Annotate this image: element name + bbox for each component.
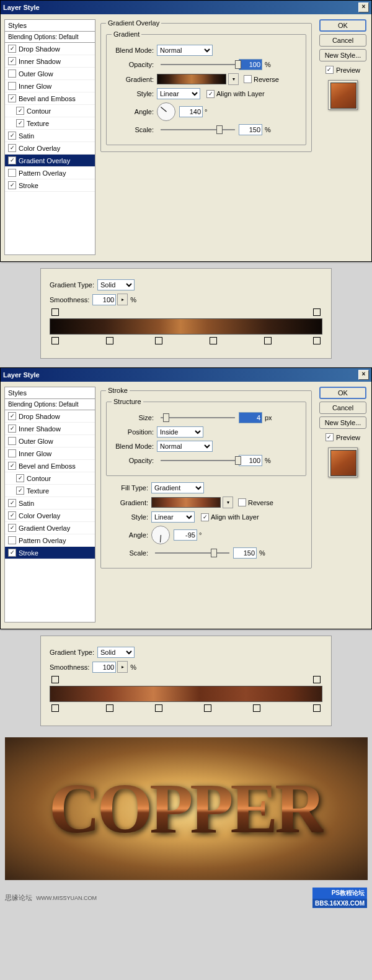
style-item-gradient-overlay[interactable]: Gradient Overlay [5, 155, 95, 167]
style-checkbox[interactable] [8, 169, 16, 177]
angle-dial[interactable] [157, 102, 175, 121]
styles-header[interactable]: Styles [5, 387, 95, 399]
style-checkbox[interactable] [8, 94, 16, 102]
scale-slider[interactable] [155, 552, 229, 554]
styles-header[interactable]: Styles [5, 20, 95, 32]
style-item-inner-glow[interactable]: Inner Glow [5, 447, 95, 460]
color-stop[interactable] [106, 337, 113, 344]
style-checkbox[interactable] [8, 499, 16, 507]
scale-input[interactable] [233, 547, 257, 559]
color-stop[interactable] [155, 704, 162, 712]
smoothness-arrow-icon[interactable]: ▸ [117, 294, 128, 305]
angle-dial[interactable] [151, 526, 170, 544]
style-checkbox[interactable] [16, 487, 24, 495]
style-item-gradient-overlay[interactable]: Gradient Overlay [5, 522, 95, 534]
grad-type-select[interactable]: Solid [97, 279, 135, 290]
color-stop[interactable] [51, 704, 59, 712]
grad-type-select[interactable]: Solid [97, 647, 135, 658]
style-checkbox[interactable] [8, 45, 16, 53]
smoothness-input[interactable] [92, 294, 116, 305]
reverse-checkbox[interactable] [238, 498, 246, 506]
angle-input[interactable] [179, 106, 203, 117]
size-slider[interactable] [161, 417, 235, 418]
angle-input[interactable] [174, 529, 197, 541]
style-checkbox[interactable] [8, 156, 16, 164]
style-item-stroke[interactable]: Stroke [5, 547, 95, 559]
close-icon[interactable]: × [358, 370, 369, 380]
new-style-button[interactable]: New Style... [319, 49, 366, 61]
ok-button[interactable]: OK [319, 19, 366, 32]
style-checkbox[interactable] [16, 474, 24, 482]
size-input[interactable] [239, 412, 262, 423]
style-checkbox[interactable] [16, 107, 24, 115]
style-item-contour[interactable]: Contour [5, 105, 95, 117]
align-checkbox[interactable] [206, 90, 215, 98]
color-stop[interactable] [155, 337, 162, 344]
style-item-stroke[interactable]: Stroke [5, 179, 95, 192]
gradient-bar[interactable] [50, 686, 322, 702]
style-item-satin[interactable]: Satin [5, 497, 95, 510]
style-select[interactable]: Linear [157, 88, 200, 99]
style-checkbox[interactable] [8, 132, 16, 140]
gradient-preview[interactable] [157, 74, 226, 84]
style-checkbox[interactable] [8, 57, 16, 65]
opacity-stop[interactable] [313, 676, 321, 683]
style-item-contour[interactable]: Contour [5, 472, 95, 485]
style-checkbox[interactable] [8, 449, 16, 457]
style-item-outer-glow[interactable]: Outer Glow [5, 68, 95, 80]
style-item-outer-glow[interactable]: Outer Glow [5, 435, 95, 447]
position-select[interactable]: Inside [157, 426, 203, 438]
style-item-texture[interactable]: Texture [5, 117, 95, 130]
style-checkbox[interactable] [8, 549, 16, 557]
style-item-drop-shadow[interactable]: Drop Shadow [5, 43, 95, 55]
style-item-drop-shadow[interactable]: Drop Shadow [5, 410, 95, 423]
gradient-preview[interactable] [151, 497, 221, 508]
color-stop[interactable] [253, 704, 260, 712]
blending-options[interactable]: Blending Options: Default [5, 399, 95, 410]
color-stop[interactable] [51, 337, 59, 344]
color-stop[interactable] [106, 704, 113, 712]
style-item-satin[interactable]: Satin [5, 130, 95, 142]
style-checkbox[interactable] [8, 511, 16, 519]
opacity-stop[interactable] [313, 308, 321, 316]
color-stop[interactable] [264, 337, 272, 344]
preview-checkbox[interactable] [326, 433, 334, 441]
color-stop[interactable] [313, 337, 321, 344]
style-item-inner-shadow[interactable]: Inner Shadow [5, 55, 95, 68]
style-item-pattern-overlay[interactable]: Pattern Overlay [5, 534, 95, 547]
style-checkbox[interactable] [8, 425, 16, 433]
style-item-texture[interactable]: Texture [5, 485, 95, 497]
blending-options[interactable]: Blending Options: Default [5, 32, 95, 43]
style-select[interactable]: Linear [151, 511, 195, 523]
style-checkbox[interactable] [8, 536, 16, 544]
opacity-input[interactable] [239, 59, 262, 70]
style-item-inner-shadow[interactable]: Inner Shadow [5, 423, 95, 435]
fill-type-select[interactable]: Gradient [151, 482, 204, 493]
cancel-button[interactable]: Cancel [319, 34, 366, 47]
style-checkbox[interactable] [8, 524, 16, 532]
align-checkbox[interactable] [201, 513, 209, 521]
opacity-input[interactable] [239, 455, 262, 466]
smoothness-input[interactable] [92, 662, 116, 673]
scale-slider[interactable] [161, 129, 235, 130]
style-item-color-overlay[interactable]: Color Overlay [5, 510, 95, 522]
ok-button[interactable]: OK [319, 387, 366, 399]
cancel-button[interactable]: Cancel [319, 402, 366, 414]
style-item-inner-glow[interactable]: Inner Glow [5, 80, 95, 92]
style-checkbox[interactable] [8, 70, 16, 78]
style-checkbox[interactable] [8, 412, 16, 420]
close-icon[interactable]: × [358, 2, 369, 12]
style-item-bevel-and-emboss[interactable]: Bevel and Emboss [5, 460, 95, 472]
new-style-button[interactable]: New Style... [319, 416, 366, 429]
style-checkbox[interactable] [8, 437, 16, 445]
blend-mode-select[interactable]: Normal [157, 441, 213, 452]
style-item-bevel-and-emboss[interactable]: Bevel and Emboss [5, 92, 95, 105]
blend-mode-select[interactable]: Normal [157, 45, 213, 56]
style-item-color-overlay[interactable]: Color Overlay [5, 142, 95, 155]
smoothness-arrow-icon[interactable]: ▸ [117, 661, 128, 673]
color-stop[interactable] [313, 704, 321, 712]
style-checkbox[interactable] [8, 144, 16, 152]
scale-input[interactable] [239, 124, 262, 135]
gradient-dropdown-icon[interactable]: ▾ [223, 497, 233, 508]
opacity-slider[interactable] [161, 64, 235, 65]
